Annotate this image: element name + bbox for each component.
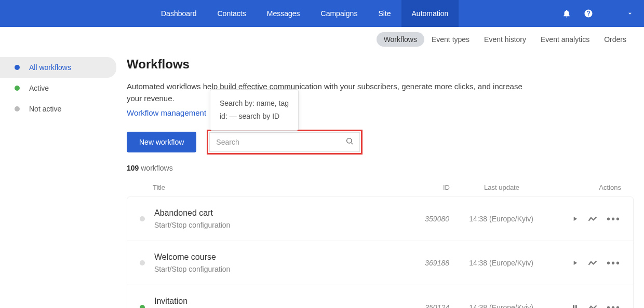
row-actions: ••• (553, 215, 621, 222)
status-dot-icon (15, 86, 20, 91)
stats-icon[interactable] (588, 259, 597, 267)
subnav-orders[interactable]: Orders (597, 32, 634, 47)
header-actions: Actions (554, 184, 621, 191)
nav-messages[interactable]: Messages (257, 0, 311, 27)
row-update: 14:38 (Europe/Kyiv) (449, 259, 553, 267)
search-tooltip: Search by: name, tag id: — search by ID (210, 89, 299, 131)
more-icon[interactable]: ••• (607, 305, 621, 308)
row-subtitle: Start/Stop configuration (154, 265, 387, 273)
stats-icon[interactable] (588, 215, 597, 222)
subnav-event-types[interactable]: Event types (424, 32, 477, 47)
page-title: Workflows (127, 57, 634, 72)
row-actions: ••• (553, 259, 621, 267)
sidebar-item-label: All workflows (29, 63, 71, 72)
more-icon[interactable]: ••• (607, 216, 621, 221)
status-dot-icon (140, 216, 145, 221)
subnav-workflows[interactable]: Workflows (377, 32, 424, 47)
sidebar-item-not-active[interactable]: Not active (0, 99, 127, 119)
nav-campaigns[interactable]: Campaigns (311, 0, 368, 27)
row-subtitle: Start/Stop configuration (154, 221, 387, 229)
table-row[interactable]: Invitation •→ Once a day New subscribers… (127, 285, 633, 308)
sidebar-item-active[interactable]: Active (0, 78, 127, 99)
sidebar-item-label: Not active (29, 105, 61, 113)
topbar: Dashboard Contacts Messages Campaigns Si… (0, 0, 644, 27)
row-title: Invitation (154, 297, 387, 306)
subnav-event-history[interactable]: Event history (477, 32, 533, 47)
row-actions: ••• (553, 304, 621, 308)
table-body: Abandoned cart Start/Stop configuration … (127, 197, 634, 308)
help-icon[interactable] (584, 9, 593, 18)
nav-dashboard[interactable]: Dashboard (151, 0, 207, 27)
status-dot-icon (15, 106, 20, 111)
table-header: Title ID Last update Actions (127, 178, 634, 197)
topnav: Dashboard Contacts Messages Campaigns Si… (151, 0, 459, 27)
more-icon[interactable]: ••• (607, 260, 621, 265)
nav-automation[interactable]: Automation (401, 0, 459, 27)
main: Workflows Automated workflows help build… (127, 52, 644, 308)
row-id: 359080 (387, 215, 449, 223)
notifications-icon[interactable] (562, 9, 571, 18)
nav-site[interactable]: Site (368, 0, 401, 27)
search-highlight (207, 130, 363, 155)
row-update: 14:38 (Europe/Kyiv) (449, 215, 553, 223)
subnav: Workflows Event types Event history Even… (0, 27, 644, 52)
user-menu-icon[interactable] (626, 10, 634, 17)
play-icon[interactable] (571, 215, 579, 222)
row-title: Welcome course (154, 253, 387, 262)
header-id: ID (387, 184, 450, 191)
row-title: Abandoned cart (154, 208, 387, 218)
row-id: 369188 (387, 259, 449, 267)
subnav-event-analytics[interactable]: Event analytics (533, 32, 597, 47)
svg-point-0 (347, 138, 352, 143)
table-row[interactable]: Abandoned cart Start/Stop configuration … (127, 197, 633, 241)
sidebar-item-label: Active (29, 84, 49, 92)
pause-icon[interactable] (571, 304, 579, 308)
svg-line-1 (351, 143, 353, 144)
count-number: 109 (127, 164, 139, 172)
status-dot-icon (15, 65, 20, 70)
workflow-count: 109 workflows (127, 164, 634, 172)
header-title: Title (153, 184, 387, 191)
workflow-management-link[interactable]: Workflow management (127, 108, 206, 117)
header-update: Last update (450, 184, 554, 191)
row-main: Invitation •→ Once a day New subscribers (154, 297, 387, 308)
topbar-right (562, 9, 634, 18)
play-icon[interactable] (571, 259, 579, 267)
status-dot-icon (140, 260, 145, 265)
table-row[interactable]: Welcome course Start/Stop configuration … (127, 241, 633, 285)
row-main: Abandoned cart Start/Stop configuration (154, 208, 387, 229)
status-dot-icon (140, 305, 145, 308)
tooltip-line: Search by: name, tag (220, 97, 289, 110)
page-description: Automated workflows help build effective… (127, 81, 532, 104)
controls: New workflow Search by: name, tag id: — … (127, 130, 634, 155)
stats-icon[interactable] (588, 304, 597, 308)
sidebar-item-all[interactable]: All workflows (0, 57, 116, 78)
count-label: workflows (141, 164, 172, 172)
search-input[interactable] (209, 132, 360, 152)
row-id: 350124 (387, 303, 449, 308)
sidebar: All workflows Active Not active (0, 52, 127, 308)
nav-contacts[interactable]: Contacts (207, 0, 257, 27)
tooltip-line: id: — search by ID (220, 110, 289, 123)
new-workflow-button[interactable]: New workflow (127, 132, 196, 152)
row-main: Welcome course Start/Stop configuration (154, 253, 387, 273)
row-update: 14:38 (Europe/Kyiv) (449, 303, 553, 308)
search-icon[interactable] (345, 137, 354, 147)
